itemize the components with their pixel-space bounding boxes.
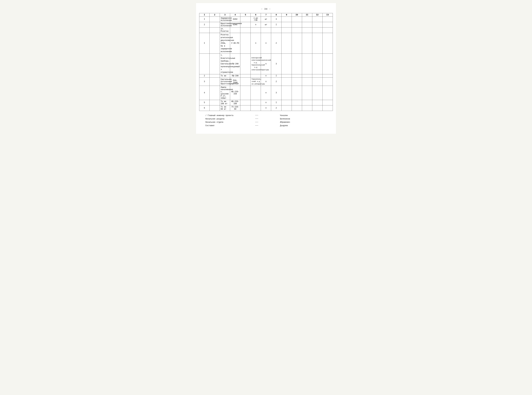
row9-col11 [302, 100, 312, 105]
row1-col1: I [199, 17, 210, 22]
row5-col2 [210, 54, 220, 74]
row9-col2 [210, 100, 220, 105]
row9-col8: I [271, 100, 281, 105]
row2-col6: п [251, 22, 261, 27]
row3-col1 [199, 27, 210, 33]
row1-col6: з-дн ГЭМ [251, 17, 261, 22]
row1-col5 [240, 17, 251, 22]
signature-3: ~~~ [255, 121, 280, 124]
name2: Белянинов [280, 117, 305, 121]
row4-col10 [292, 33, 302, 54]
footer-line1: / Главный инженер проекта [205, 114, 255, 117]
row5-col9 [281, 54, 292, 74]
row1-col11 [302, 17, 312, 22]
row8-col7: п [261, 86, 271, 100]
row5-col7: п [261, 54, 271, 74]
row6-col2 [210, 74, 220, 78]
footer-signatures: ~~~ ~~~ ~~~ ~~~ [255, 114, 280, 127]
row2-col11 [302, 22, 312, 27]
table-row: 4 Лампа накаливания с. цоколем Р-27, 150… [199, 86, 333, 100]
row8-col3: Лампа накаливания с. цоколем Р-27, 150вт [220, 86, 230, 100]
row10-col5 [240, 105, 251, 111]
row7-col9 [281, 78, 292, 86]
row9-col3: То же 100 вт [220, 100, 230, 105]
row2-col12 [312, 22, 322, 27]
main-table: I 2 3 4 5 6 7 8 9 IO II I2 I3 I Защищенн… [199, 13, 333, 111]
row8-col9 [281, 86, 292, 100]
row3-col5 [240, 27, 251, 33]
page-number: - 34 - [199, 8, 333, 10]
row7-col12 [312, 78, 322, 86]
row7-col13 [322, 78, 333, 86]
row7-col2 [210, 78, 220, 86]
footer-line4: Составил [205, 124, 255, 127]
col-header-12: I2 [312, 13, 322, 17]
row10-col3: То же 60 вт [220, 105, 230, 111]
signature-4: ~~~ [255, 124, 280, 127]
row5-col6: Алатырский электромеханический з-д. Черн… [251, 54, 261, 74]
row10-col12 [312, 105, 322, 111]
row2-col7: шт [261, 22, 271, 27]
row9-col1: 5 [199, 100, 210, 105]
row7-col10 [292, 78, 302, 86]
row10-col2 [210, 105, 220, 111]
row2-col3: Брызгонепроницаемое исполнение [220, 22, 230, 27]
table-row: IY. Розетки [199, 27, 333, 33]
table-row: I Розетка штепсельная двухполюсная 250в,… [199, 33, 333, 54]
row3-col11 [302, 27, 312, 33]
col-header-7: 7 [261, 13, 271, 17]
col-header-5: 5 [240, 13, 251, 17]
row5-col11 [302, 54, 312, 74]
row8-col6 [251, 86, 261, 100]
row1-col2 [210, 17, 220, 22]
row4-col2 [210, 33, 220, 54]
row4-col7: п [261, 33, 271, 54]
row3-col2 [210, 27, 220, 33]
row9-col7: п [261, 100, 271, 105]
row5-col1 [199, 54, 210, 74]
row4-col11 [302, 33, 312, 54]
row6-col4: ПШ-I00 [230, 74, 240, 78]
row7-col6: Тернополь-ский з-д эл.аппаратуры [251, 78, 261, 86]
row9-col4: НБ-220-I00 [230, 100, 240, 105]
row4-col1: I [199, 33, 210, 54]
footer-line2: Начальник раздела [205, 117, 255, 121]
row8-col1: 4 [199, 86, 210, 100]
col-header-1: I [199, 13, 210, 17]
row1-col9 [281, 17, 292, 22]
row9-col9 [281, 100, 292, 105]
row8-col5 [240, 86, 251, 100]
footer-names: Чокалин Белянинов Абрамович Дьыдова [280, 114, 305, 127]
row6-col3: То же [220, 74, 230, 78]
row4-col5 [240, 33, 251, 54]
row8-col4: НБ-220-I50 [230, 86, 240, 100]
row10-col4: 75-220-60 [230, 105, 240, 111]
row2-col8: I [271, 22, 281, 27]
col-header-9: 9 [281, 13, 292, 17]
row10-col9 [281, 105, 292, 111]
col-header-8: 8 [271, 13, 281, 17]
col-header-3: 3 [220, 13, 230, 17]
row1-col13 [322, 17, 333, 22]
row3-col4 [230, 27, 240, 33]
row2-col2 [210, 22, 220, 27]
signature-2: ~~~ [255, 117, 280, 121]
row1-col8: 3 [271, 17, 281, 22]
row6-col10 [292, 74, 302, 78]
row10-col7: п [261, 105, 271, 111]
row6-col9 [281, 74, 292, 78]
row1-col12 [312, 17, 322, 22]
row9-col10 [292, 100, 302, 105]
name3: Абрамович [280, 121, 305, 124]
row7-col5 [240, 78, 251, 86]
row1-col3: Защищенное исполнение [220, 17, 230, 22]
row2-col13 [322, 22, 333, 27]
row4-col6: п [251, 33, 261, 54]
row8-col12 [312, 86, 322, 100]
row6-col13 [322, 74, 333, 78]
col-header-4: 4 [230, 13, 240, 17]
row3-col8 [271, 27, 281, 33]
row6-col6 [251, 74, 261, 78]
row7-col11 [302, 78, 312, 86]
row6-col12 [312, 74, 322, 78]
